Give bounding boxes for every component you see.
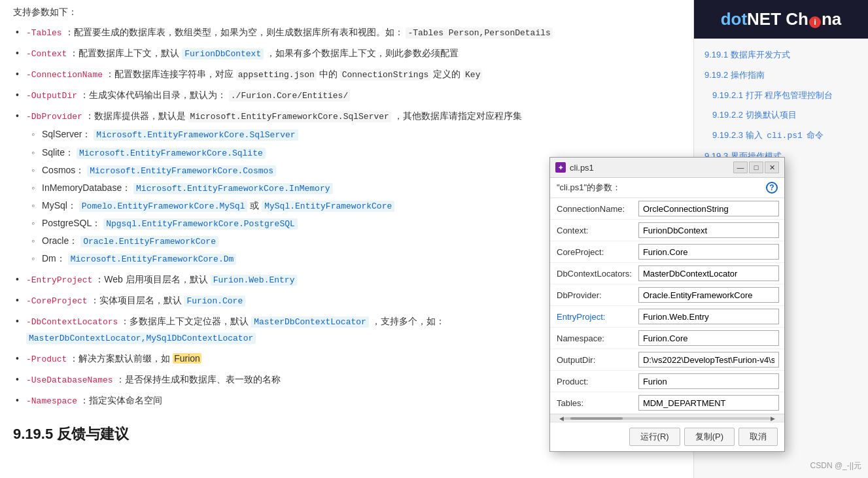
- param-namespace: -Namespace: [26, 396, 77, 406]
- sub-sqlite-value: Microsoft.EntityFrameworkCore.Sqlite: [77, 148, 266, 159]
- form-label-tables: Tables:: [550, 392, 638, 414]
- param-dbprovider-desc: ：数据库提供器，默认是: [85, 111, 186, 121]
- dialog-scrollbar: ◀ ▶: [550, 414, 784, 422]
- sidebar-nav-item-0[interactable]: 9.19.1 数据库开发方式: [702, 45, 860, 65]
- form-label-entryproject: EntryProject:: [550, 306, 638, 328]
- param-product-highlight: Furion: [173, 353, 201, 364]
- param-context: -Context: [26, 49, 67, 59]
- dialog-minimize-button[interactable]: —: [733, 162, 748, 173]
- form-input-dbprovider[interactable]: [638, 287, 779, 303]
- sidebar-nav-item-1[interactable]: 9.19.2 操作指南: [702, 65, 860, 86]
- form-row-context: Context:: [550, 220, 784, 241]
- dialog-title-icon: ✦: [555, 162, 566, 173]
- form-row-product: Product:: [550, 371, 784, 392]
- form-input-cell-dbcontextlocators: [638, 263, 784, 284]
- dialog-title-left: ✦ cli.ps1: [555, 162, 594, 173]
- param-usedatabasenames: -UseDatabaseNames: [26, 375, 113, 385]
- csdn-watermark: CSDN @_-||元: [810, 460, 861, 471]
- dialog-title-buttons: — □ ✕: [733, 162, 779, 173]
- dialog-titlebar: ✦ cli.ps1 — □ ✕: [550, 158, 784, 178]
- form-input-connectionname[interactable]: [638, 201, 779, 216]
- form-row-entryproject: EntryProject:: [550, 306, 784, 328]
- sub-cosmos-value: Microsoft.EntityFrameworkCore.Cosmos: [87, 165, 276, 177]
- sidebar-logo: dotNET China: [694, 0, 868, 39]
- param-tables-example: -Tables Person,PersonDetails: [406, 27, 552, 39]
- form-label-coreproject: CoreProject:: [550, 241, 638, 263]
- param-entryproject-default: Furion.Web.Entry: [211, 275, 298, 286]
- dialog-footer: 运行(R) 复制(P) 取消: [550, 422, 784, 451]
- form-input-cell-context: [638, 220, 784, 241]
- form-row-dbprovider: DbProvider:: [550, 284, 784, 306]
- dialog-body: ConnectionName: Context: CoreProject:: [550, 198, 784, 414]
- form-label-outputdir: OutputDir:: [550, 349, 638, 371]
- sub-sqlserver-value: Microsoft.EntityFrameworkCore.SqlServer: [94, 129, 298, 141]
- form-label-context: Context:: [550, 220, 638, 241]
- dialog-help-icon[interactable]: ?: [766, 182, 778, 194]
- form-input-namespace[interactable]: [638, 330, 779, 346]
- sub-inmemory-name: InMemoryDatabase：: [42, 182, 131, 193]
- dialog-run-button[interactable]: 运行(R): [629, 428, 680, 446]
- form-label-dbcontextlocators: DbContextLocators:: [550, 263, 638, 284]
- sub-inmemory-value: Microsoft.EntityFrameworkCore.InMemory: [133, 183, 332, 194]
- param-entryproject: -EntryProject: [26, 275, 92, 285]
- list-item-connectionname: -ConnectionName ：配置数据库连接字符串，对应 appsettin…: [13, 67, 680, 82]
- param-product: -Product: [26, 354, 67, 364]
- form-label-dbprovider: DbProvider:: [550, 284, 638, 306]
- dialog-form: ConnectionName: Context: CoreProject:: [550, 198, 784, 414]
- scrollbar-right-arrow[interactable]: ▶: [771, 415, 775, 422]
- form-input-cell-outputdir: [638, 349, 784, 371]
- dialog-close-button[interactable]: ✕: [765, 162, 779, 173]
- form-input-cell-coreproject: [638, 241, 784, 263]
- dialog-cancel-button[interactable]: 取消: [738, 428, 778, 446]
- param-tables-desc: ：配置要生成的数据库表，数组类型，如果为空，则生成数据库所有表和视图。如：: [65, 27, 404, 37]
- param-connectionname-code1: appsetting.json: [236, 69, 317, 80]
- param-entryproject-desc: ：Web 启用项目层名，默认: [95, 274, 207, 284]
- form-row-connectionname: ConnectionName:: [550, 198, 784, 220]
- sub-sqlserver-name: SqlServer：: [42, 129, 91, 139]
- form-input-outputdir[interactable]: [638, 352, 779, 367]
- param-outputdir-desc: ：生成实体代码输出目录，默认为：: [80, 90, 226, 100]
- form-input-entryproject[interactable]: [638, 309, 779, 324]
- param-connectionname-code2: ConnectionStrings: [340, 69, 431, 80]
- scrollbar-thumb: [570, 417, 623, 420]
- form-input-cell-namespace: [638, 328, 784, 349]
- form-row-dbcontextlocators: DbContextLocators:: [550, 263, 784, 284]
- dialog-title-text: cli.ps1: [570, 163, 594, 173]
- dialog-subtitle-text: "cli.ps1"的参数：: [557, 182, 621, 194]
- form-input-tables[interactable]: [638, 395, 779, 411]
- form-row-coreproject: CoreProject:: [550, 241, 784, 263]
- param-connectionname: -ConnectionName: [26, 70, 103, 80]
- sub-postgresql-name: PostgreSQL：: [42, 218, 101, 228]
- dialog-copy-button[interactable]: 复制(P): [684, 428, 735, 446]
- param-outputdir: -OutputDir: [26, 91, 77, 101]
- form-label-product: Product:: [550, 371, 638, 392]
- dialog-maximize-button[interactable]: □: [749, 162, 763, 173]
- form-input-cell-dbprovider: [638, 284, 784, 306]
- form-input-product[interactable]: [638, 373, 779, 389]
- param-dbcontextlocators-desc2: ，支持多个，如：: [372, 316, 445, 326]
- param-dbcontextlocators-desc: ：多数据库上下文定位器，默认: [120, 316, 249, 326]
- param-coreproject-desc: ：实体项目层名，默认: [90, 295, 182, 305]
- dialog-window: ✦ cli.ps1 — □ ✕ "cli.ps1"的参数： ? Connecti…: [549, 157, 785, 452]
- sidebar-code-clip: cli.ps1: [765, 130, 805, 141]
- sub-sqlite-name: Sqlite：: [42, 147, 74, 158]
- sub-mysql-value1: Pomelo.EntityFrameworkCore.MySql: [79, 201, 248, 212]
- scrollbar-track: [564, 417, 771, 420]
- param-context-default: FurionDbContext: [182, 48, 264, 60]
- form-input-coreproject[interactable]: [638, 244, 779, 260]
- sidebar-nav-item-2[interactable]: 9.19.2.1 打开 程序包管理控制台: [702, 86, 860, 106]
- form-input-dbcontextlocators[interactable]: [638, 265, 779, 281]
- list-item-outputdir: -OutputDir ：生成实体代码输出目录，默认为： ./Furion.Cor…: [13, 88, 680, 103]
- param-connectionname-desc2: 中的: [319, 69, 340, 79]
- sidebar-nav-item-4[interactable]: 9.19.2.3 输入 cli.ps1 命令: [702, 126, 860, 146]
- param-usedatabasenames-desc: ：是否保持生成和数据库、表一致的名称: [116, 374, 281, 384]
- sub-mysql-sep: 或: [250, 200, 262, 211]
- sub-cosmos-name: Cosmos：: [42, 165, 84, 175]
- form-input-context[interactable]: [638, 222, 779, 238]
- param-namespace-desc: ：指定实体命名空间: [80, 395, 162, 405]
- param-dbcontextlocators-default: MasterDbContextLocator: [251, 316, 369, 328]
- sidebar-nav-item-3[interactable]: 9.19.2.2 切换默认项目: [702, 105, 860, 126]
- form-row-outputdir: OutputDir:: [550, 349, 784, 371]
- param-dbprovider-desc2: ，其他数据库请指定对应程序集: [394, 111, 522, 121]
- scrollbar-left-arrow[interactable]: ◀: [559, 415, 564, 422]
